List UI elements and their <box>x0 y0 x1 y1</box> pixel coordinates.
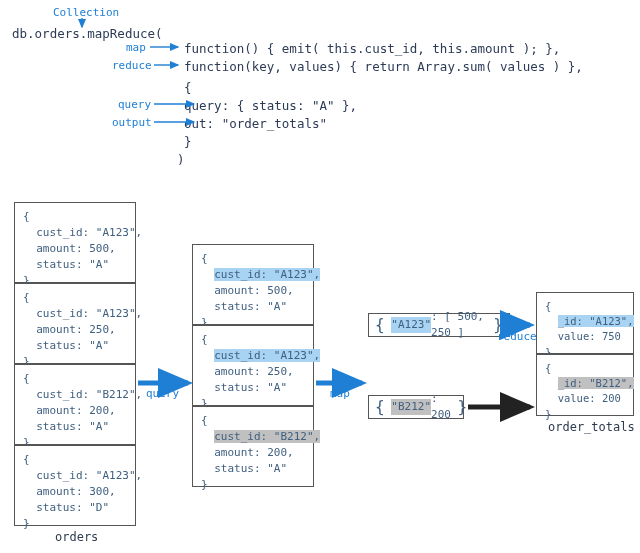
mapped-row-2-val: : 200 <box>431 391 451 423</box>
stage-label-reduce: reduce <box>497 330 537 343</box>
result-doc-1-id: _id: "A123", <box>558 315 634 327</box>
mapped-row-1: { "A123": [ 500, 250 ] } <box>368 313 510 337</box>
orders-doc-4: { cust_id: "A123", amount: 300, status: … <box>14 445 136 526</box>
mapped-row-1-key: "A123" <box>391 317 431 333</box>
filtered-doc-2-custid: cust_id: "A123", <box>214 349 320 362</box>
code-line-8: ) <box>177 152 185 167</box>
filtered-doc-2-rest: amount: 250, status: "A" } <box>201 365 294 410</box>
code-line-7: } <box>184 134 192 149</box>
label-output: output <box>112 116 152 129</box>
filtered-doc-1: { cust_id: "A123", amount: 500, status: … <box>192 244 314 325</box>
code-line-2: function() { emit( this.cust_id, this.am… <box>184 41 560 56</box>
result-doc-1-val: value: 750 <box>558 330 621 342</box>
result-doc-1: { _id: "A123", value: 750 } <box>536 292 634 354</box>
mapped-row-2: { "B212": 200 } <box>368 395 464 419</box>
stage-label-query: query <box>146 387 179 400</box>
label-reduce: reduce <box>112 59 152 72</box>
filtered-doc-1-custid: cust_id: "A123", <box>214 268 320 281</box>
mapped-row-1-val: : [ 500, 250 ] <box>431 309 487 341</box>
orders-doc-2: { cust_id: "A123", amount: 250, status: … <box>14 283 136 364</box>
filtered-doc-1-rest: amount: 500, status: "A" } <box>201 284 294 329</box>
code-line-1: db.orders.mapReduce( <box>12 26 163 41</box>
label-collection: Collection <box>53 6 119 19</box>
code-line-5: query: { status: "A" }, <box>184 98 357 113</box>
result-doc-2-id: _id: "B212", <box>558 377 634 389</box>
result-doc-2-val: value: 200 <box>558 392 621 404</box>
label-query: query <box>118 98 151 111</box>
filtered-doc-3: { cust_id: "B212", amount: 200, status: … <box>192 406 314 487</box>
mapped-row-2-key: "B212" <box>391 399 431 415</box>
orders-doc-1: { cust_id: "A123", amount: 500, status: … <box>14 202 136 283</box>
code-line-3: function(key, values) { return Array.sum… <box>184 59 583 74</box>
filtered-doc-3-custid: cust_id: "B212", <box>214 430 320 443</box>
result-doc-2: { _id: "B212", value: 200 } <box>536 354 634 416</box>
code-line-6: out: "order_totals" <box>184 116 327 131</box>
stage-label-map: map <box>330 387 350 400</box>
orders-caption: orders <box>55 530 98 544</box>
filtered-doc-3-rest: amount: 200, status: "A" } <box>201 446 294 491</box>
label-map: map <box>126 41 146 54</box>
result-caption: order_totals <box>548 420 635 434</box>
orders-doc-3: { cust_id: "B212", amount: 200, status: … <box>14 364 136 445</box>
filtered-doc-2: { cust_id: "A123", amount: 250, status: … <box>192 325 314 406</box>
code-line-4: { <box>184 80 192 95</box>
